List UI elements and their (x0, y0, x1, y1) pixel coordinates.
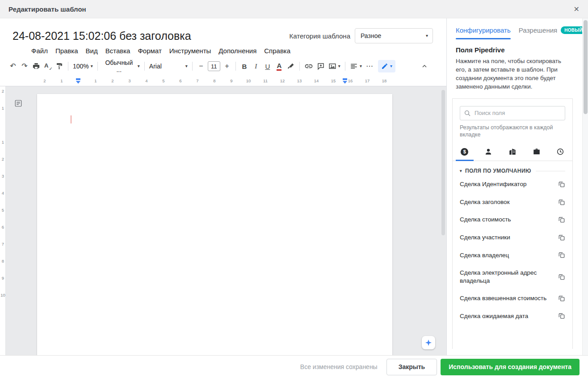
redo-button[interactable]: ↷ (19, 60, 30, 72)
font-size-decrease-button[interactable]: − (195, 60, 207, 72)
canvas: 2112345678910 (0, 86, 446, 355)
ruler-vertical[interactable]: 2112345678910 (0, 86, 6, 355)
document-page[interactable] (37, 94, 392, 355)
outline-button[interactable] (13, 98, 23, 108)
menu-item[interactable]: Файл (31, 47, 48, 55)
paint-format-button[interactable] (54, 60, 65, 72)
menu-item[interactable]: Формат (138, 47, 161, 55)
field-item[interactable]: Сделка электронный адрес владельца (460, 264, 565, 289)
undo-button[interactable]: ↶ (7, 60, 19, 72)
close-icon[interactable]: ✕ (574, 5, 580, 13)
menu-item[interactable]: Правка (55, 47, 78, 55)
indent-marker[interactable] (343, 78, 347, 80)
ruler-number: 13 (297, 78, 302, 83)
add-comment-button[interactable] (315, 60, 327, 72)
underline-icon: U (265, 63, 270, 70)
toolbar-collapse-button[interactable] (419, 60, 430, 72)
italic-button[interactable]: I (250, 60, 262, 72)
ruler-number: 6 (179, 78, 181, 83)
insert-image-button[interactable]: ▾ (327, 60, 342, 72)
tab-deal-fields[interactable]: $ (453, 144, 477, 161)
scrollbar-thumb[interactable] (584, 20, 588, 114)
tab-permissions[interactable]: Разрешения НОВЫЙ (519, 26, 586, 39)
create-document-button[interactable]: Использовать для создания документа (441, 359, 580, 375)
ruler-number: 4 (145, 78, 147, 83)
field-label: Сделка электронный адрес владельца (460, 269, 551, 285)
ruler-number: 9 (0, 276, 6, 280)
explore-star-icon (424, 339, 433, 347)
field-label: Сделка взвешенная стоимость (460, 294, 546, 302)
ruler-number: 5 (0, 208, 6, 212)
toolbar-separator (235, 62, 236, 71)
tab-person-fields[interactable] (477, 144, 501, 161)
align-button[interactable]: ▾ (348, 60, 364, 72)
search-box (460, 106, 565, 120)
ruler-number: 11 (263, 78, 268, 83)
field-label: Сделка участники (460, 234, 510, 242)
field-item[interactable]: Сделка стоимость (460, 211, 565, 229)
tab-organization-fields[interactable] (500, 144, 525, 161)
indent-marker[interactable] (76, 78, 80, 80)
ruler-horizontal[interactable]: 21123456789101112131415161718 (0, 76, 446, 86)
chevron-down-icon: ▾ (338, 64, 340, 68)
field-item[interactable]: Сделка ожидаемая дата (460, 307, 565, 325)
close-button[interactable]: Закрыть (386, 359, 437, 375)
ruler-number: 15 (331, 78, 336, 83)
sidebar-scrollbar[interactable] (582, 18, 588, 355)
left-indent-marker[interactable] (76, 81, 80, 84)
menu-item[interactable]: Дополнения (218, 47, 256, 55)
chevron-down-icon: ▾ (360, 64, 362, 68)
text-color-icon: A (277, 62, 281, 71)
sidebar-heading: Поля Pipedrive (456, 46, 575, 54)
field-item[interactable]: Сделка участники (460, 229, 565, 246)
font-dropdown[interactable]: Arial ▾ (147, 60, 189, 72)
menu-item[interactable]: Инструменты (169, 47, 211, 55)
font-value: Arial (149, 63, 162, 70)
more-options-button[interactable]: ⋯ (364, 60, 375, 72)
font-size-increase-button[interactable]: + (221, 60, 233, 72)
copy-icon (558, 312, 565, 319)
zoom-dropdown[interactable]: 100% ▾ (71, 60, 95, 72)
explore-button[interactable] (422, 336, 435, 349)
field-item[interactable]: Сделка заголовок (460, 193, 565, 211)
ruler-number: 10 (0, 293, 6, 297)
print-button[interactable] (30, 60, 42, 72)
menu-item[interactable]: Вид (86, 47, 98, 55)
copy-icon (558, 273, 565, 280)
font-size-input[interactable]: 11 (208, 61, 220, 71)
field-item[interactable]: Сделка взвешенная стоимость (460, 289, 565, 307)
ruler-number: 12 (280, 78, 285, 83)
bold-button[interactable]: B (239, 60, 250, 72)
spellcheck-button[interactable]: A✓ (42, 60, 54, 72)
tab-configure[interactable]: Конфигурировать (456, 26, 511, 39)
field-label: Сделка Идентификатор (460, 180, 526, 188)
text-color-button[interactable]: A (273, 60, 285, 72)
insert-link-button[interactable] (302, 60, 315, 72)
ruler-number: 8 (213, 78, 215, 83)
field-item[interactable]: Сделка Идентификатор (460, 175, 565, 193)
clock-icon (556, 148, 564, 156)
highlight-color-button[interactable] (285, 60, 297, 72)
chevron-up-icon (421, 63, 428, 70)
tab-product-fields[interactable] (525, 144, 549, 161)
menu-item[interactable]: Вставка (105, 47, 130, 55)
right-indent-marker[interactable] (343, 81, 347, 84)
tab-date-fields[interactable] (548, 144, 572, 161)
link-icon (304, 62, 313, 71)
menu-item[interactable]: Справка (264, 47, 290, 55)
underline-button[interactable]: U (262, 60, 273, 72)
more-icon: ⋯ (366, 63, 373, 70)
editing-mode-button[interactable]: ▾ (378, 60, 395, 72)
paragraph-style-dropdown[interactable]: Обычный ... ▾ (101, 60, 142, 72)
section-default-fields[interactable]: ▾ ПОЛЯ ПО УМОЛЧАНИЮ (460, 168, 565, 174)
canvas-scrollbar[interactable] (441, 90, 445, 235)
ruler-number: 7 (0, 242, 6, 246)
pencil-icon (381, 63, 388, 70)
category-select[interactable]: Разное ▾ (355, 28, 433, 43)
ruler-number: 2 (0, 157, 6, 161)
search-input[interactable] (460, 106, 565, 120)
document-outline-icon (14, 99, 22, 107)
ruler-number: 1 (94, 78, 97, 83)
document-title[interactable]: 24-08-2021 15:02:06 без заголовка (13, 30, 191, 42)
field-item[interactable]: Сделка владелец (460, 246, 565, 264)
